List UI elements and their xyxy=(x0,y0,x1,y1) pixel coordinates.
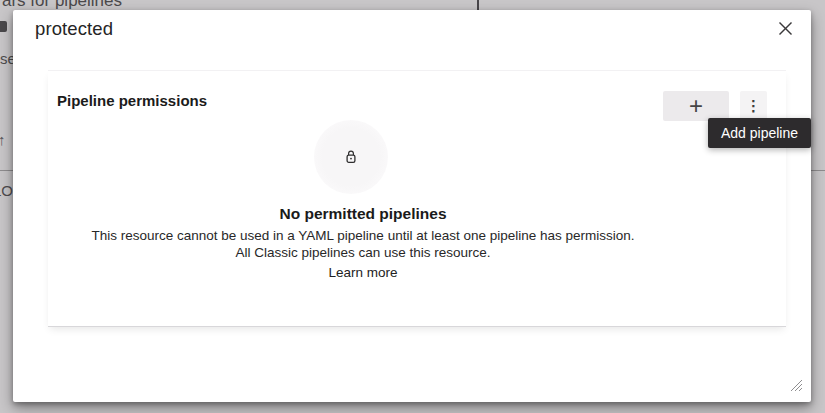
background-ui-fragment xyxy=(0,21,7,32)
card-heading: Pipeline permissions xyxy=(57,92,207,109)
pipeline-permissions-card: Pipeline permissions + ⋮ No permitted pi… xyxy=(48,70,786,326)
learn-more-link[interactable]: Learn more xyxy=(328,265,397,280)
resize-handle[interactable] xyxy=(790,378,803,391)
close-icon xyxy=(778,21,793,36)
empty-state-title: No permitted pipelines xyxy=(48,205,678,223)
background-sort-arrow-fragment: ↑ xyxy=(0,131,6,148)
lock-icon xyxy=(343,149,359,165)
background-text-fragment-lo: LO xyxy=(0,182,13,199)
empty-state-description-line2: All Classic pipelines can use this resou… xyxy=(48,244,678,261)
empty-state-description-line1: This resource cannot be used in a YAML p… xyxy=(48,227,678,244)
kebab-menu-icon: ⋮ xyxy=(746,97,761,115)
resource-settings-dialog: protected Pipeline permissions + ⋮ xyxy=(13,10,811,402)
more-options-button[interactable]: ⋮ xyxy=(740,91,767,121)
add-pipeline-tooltip: Add pipeline xyxy=(708,118,811,148)
plus-icon: + xyxy=(689,93,703,119)
close-button[interactable] xyxy=(771,14,799,42)
add-pipeline-button[interactable]: + xyxy=(663,91,729,121)
empty-state-illustration xyxy=(314,120,388,194)
dialog-title: protected xyxy=(35,18,113,40)
empty-state: No permitted pipelines This resource can… xyxy=(48,205,678,281)
